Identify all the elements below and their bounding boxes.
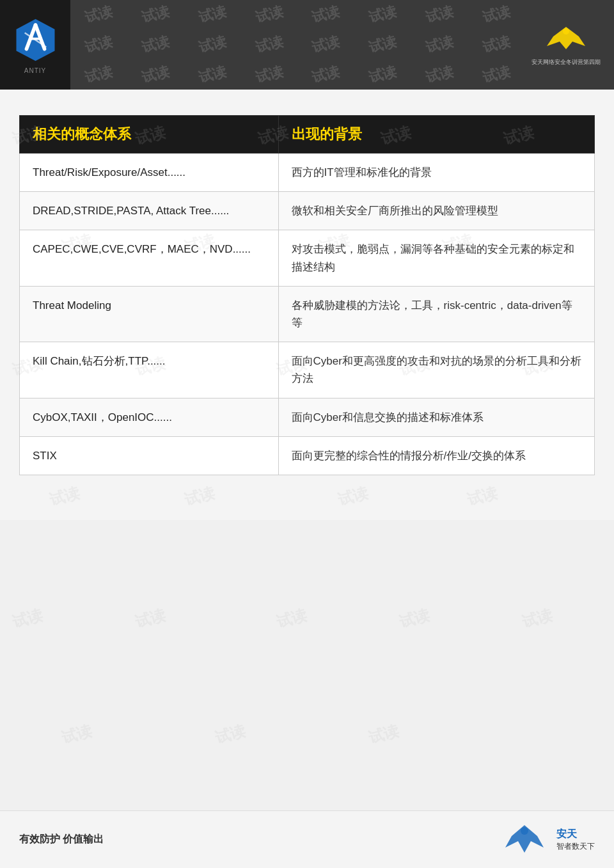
table-cell-right: 各种威胁建模的方法论，工具，risk-centric，data-driven等等	[278, 286, 594, 342]
table-cell-left: Threat/Risk/Exposure/Asset......	[20, 154, 279, 192]
svg-point-8	[521, 827, 528, 835]
wm-22: 试读	[366, 61, 398, 87]
wm-20: 试读	[253, 61, 285, 87]
brand-tagline: 安天网络安全冬训营第四期	[531, 58, 601, 67]
footer: 有效防护 价值输出 安天 智者数天下	[0, 810, 614, 868]
wm-15: 试读	[423, 32, 455, 58]
wm-10: 试读	[139, 32, 171, 58]
logo-label: ANTIY	[24, 67, 46, 74]
table-cell-right: 西方的IT管理和标准化的背景	[278, 154, 594, 192]
table-cell-right: 面向更完整的综合性的情报分析/作业/交换的体系	[278, 436, 594, 475]
table-row: Kill Chain,钻石分析,TTP......面向Cyber和更高强度的攻击…	[20, 342, 595, 398]
table-cell-right: 面向Cyber和更高强度的攻击和对抗的场景的分析工具和分析方法	[278, 342, 594, 398]
table-cell-left: CAPEC,CWE,CVE,CVRF，MAEC，NVD......	[20, 230, 279, 286]
wm-9: 试读	[83, 32, 114, 58]
wm-17: 试读	[83, 61, 114, 87]
table-cell-left: Threat Modeling	[20, 286, 279, 342]
table-cell-left: DREAD,STRIDE,PASTA, Attack Tree......	[20, 192, 279, 230]
wm-21: 试读	[310, 61, 342, 87]
table-row: CAPEC,CWE,CVE,CVRF，MAEC，NVD......对攻击模式，脆…	[20, 230, 595, 286]
table-cell-left: STIX	[20, 436, 279, 475]
table-cell-right: 微软和相关安全厂商所推出的风险管理模型	[278, 192, 594, 230]
footer-brand-tagline: 智者数天下	[556, 841, 595, 852]
table-cell-right: 面向Cyber和信息交换的描述和标准体系	[278, 398, 594, 436]
footer-brand-name: 安天	[556, 828, 595, 841]
header: ANTIY 试读 试读 试读 试读 试读 试读 试读 试读 试读 试读 试读 试…	[0, 0, 614, 90]
svg-point-6	[563, 28, 569, 35]
wm-3: 试读	[196, 2, 228, 28]
table-cell-left: Kill Chain,钻石分析,TTP......	[20, 342, 279, 398]
wm-12: 试读	[253, 32, 285, 58]
wm-24: 试读	[480, 61, 512, 87]
wm-14: 试读	[366, 32, 398, 58]
table-row: CybOX,TAXII，OpenIOC......面向Cyber和信息交换的描述…	[20, 398, 595, 436]
antiy-logo-icon	[12, 16, 59, 64]
watermark-grid: 试读 试读 试读 试读 试读 试读 试读 试读 试读 试读 试读 试读 试读 试…	[70, 0, 524, 90]
concept-table: 相关的概念体系 出现的背景 Threat/Risk/Exposure/Asset…	[19, 115, 595, 475]
wm-11: 试读	[196, 32, 228, 58]
wm-18: 试读	[139, 61, 171, 87]
col1-header: 相关的概念体系	[20, 116, 279, 154]
table-cell-right: 对攻击模式，脆弱点，漏洞等各种基础的安全元素的标定和描述结构	[278, 230, 594, 286]
wm-8: 试读	[480, 2, 512, 28]
footer-right: 安天 智者数天下	[496, 822, 595, 857]
wm-23: 试读	[423, 61, 455, 87]
col2-header: 出现的背景	[278, 116, 594, 154]
table-row: DREAD,STRIDE,PASTA, Attack Tree......微软和…	[20, 192, 595, 230]
wm-5: 试读	[310, 2, 342, 28]
table-row: Threat/Risk/Exposure/Asset......西方的IT管理和…	[20, 154, 595, 192]
footer-left-text: 有效防护 价值输出	[19, 833, 104, 846]
wm-4: 试读	[253, 2, 285, 28]
wm-16: 试读	[480, 32, 512, 58]
wm-2: 试读	[139, 2, 171, 28]
header-watermark-area: 试读 试读 试读 试读 试读 试读 试读 试读 试读 试读 试读 试读 试读 试…	[70, 0, 524, 90]
wm-13: 试读	[310, 32, 342, 58]
wm-1: 试读	[83, 2, 114, 28]
wm-19: 试读	[196, 61, 228, 87]
table-row: STIX面向更完整的综合性的情报分析/作业/交换的体系	[20, 436, 595, 475]
main-content: 相关的概念体系 出现的背景 Threat/Risk/Exposure/Asset…	[0, 90, 614, 520]
footer-brand-icon	[496, 822, 553, 857]
wm-7: 试读	[423, 2, 455, 28]
brand-logo-icon	[540, 24, 592, 56]
logo-block: ANTIY	[0, 0, 70, 90]
top-right-logo: 安天网络安全冬训营第四期	[524, 13, 608, 77]
wm-6: 试读	[366, 2, 398, 28]
table-cell-left: CybOX,TAXII，OpenIOC......	[20, 398, 279, 436]
table-row: Threat Modeling各种威胁建模的方法论，工具，risk-centri…	[20, 286, 595, 342]
